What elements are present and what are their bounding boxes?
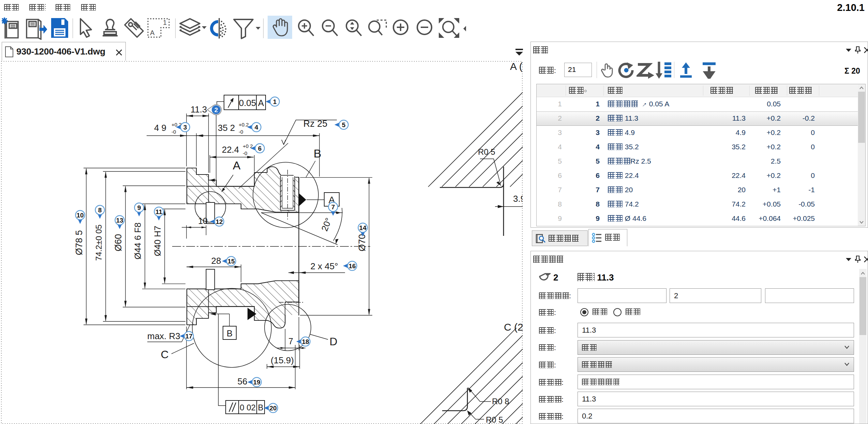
svg-text:A: A [150, 29, 155, 36]
svg-text:2 x 45°: 2 x 45° [310, 261, 338, 271]
svg-text:74.2±0 05: 74.2±0 05 [94, 225, 103, 261]
svg-text:17: 17 [185, 333, 192, 340]
svg-text:20°: 20° [319, 216, 334, 233]
svg-text:3.9: 3.9 [513, 194, 524, 204]
svg-text:-0: -0 [239, 129, 243, 135]
svg-text:Ø40 H7: Ø40 H7 [152, 226, 163, 256]
svg-text:C: C [161, 348, 168, 361]
svg-text:Ø78 5: Ø78 5 [74, 230, 84, 255]
svg-text:max. R3: max. R3 [147, 331, 180, 341]
svg-text:7: 7 [331, 203, 335, 211]
svg-text:28: 28 [211, 256, 221, 266]
svg-text:A: A [233, 159, 241, 172]
svg-text:7: 7 [288, 336, 293, 346]
svg-text:R0 8: R0 8 [492, 397, 509, 406]
svg-text:3: 3 [183, 124, 187, 131]
svg-text:0.05: 0.05 [239, 98, 256, 108]
svg-text:4: 4 [255, 124, 258, 131]
svg-text:Ø60: Ø60 [113, 234, 123, 251]
svg-text:Ø44 6 F8: Ø44 6 F8 [133, 223, 143, 259]
svg-text:A: A [258, 98, 264, 108]
svg-text:5: 5 [342, 121, 346, 128]
svg-text:6: 6 [258, 145, 262, 152]
svg-text:22.4: 22.4 [222, 145, 239, 155]
svg-text:1: 1 [273, 98, 277, 105]
svg-text:+0.2: +0.2 [239, 122, 249, 127]
svg-text:A (: A ( [510, 61, 523, 72]
svg-text:14: 14 [359, 224, 366, 231]
svg-text:35 2: 35 2 [218, 123, 235, 133]
svg-text:-0: -0 [243, 150, 247, 156]
svg-text:18: 18 [302, 338, 309, 345]
svg-text:D: D [329, 335, 337, 348]
svg-text:56: 56 [238, 376, 248, 387]
svg-text:B: B [258, 403, 263, 412]
svg-text:-0: -0 [171, 129, 176, 135]
svg-text:20: 20 [269, 405, 276, 412]
svg-text:8: 8 [98, 207, 102, 214]
svg-text:Ø70: Ø70 [357, 234, 367, 251]
svg-text:19: 19 [253, 379, 260, 386]
svg-text:2: 2 [214, 106, 218, 113]
svg-text:1: 1 [163, 19, 167, 26]
svg-text:0 02: 0 02 [240, 403, 256, 412]
svg-text:B: B [314, 147, 321, 160]
svg-text:(15.9): (15.9) [271, 355, 294, 365]
svg-text:10: 10 [76, 212, 84, 219]
svg-text:4 9: 4 9 [154, 123, 166, 133]
svg-text:R0 5: R0 5 [478, 147, 495, 156]
svg-text:15: 15 [227, 258, 235, 265]
svg-text:16: 16 [348, 262, 356, 270]
svg-text:9: 9 [137, 204, 141, 211]
svg-text:R0 5: R0 5 [486, 415, 503, 424]
svg-text:13: 13 [116, 217, 123, 224]
svg-text:11.3: 11.3 [191, 104, 207, 115]
svg-text:12: 12 [215, 218, 223, 225]
svg-text:B: B [227, 328, 233, 338]
svg-text:11: 11 [155, 208, 163, 215]
svg-text:Rz 25: Rz 25 [303, 119, 328, 129]
